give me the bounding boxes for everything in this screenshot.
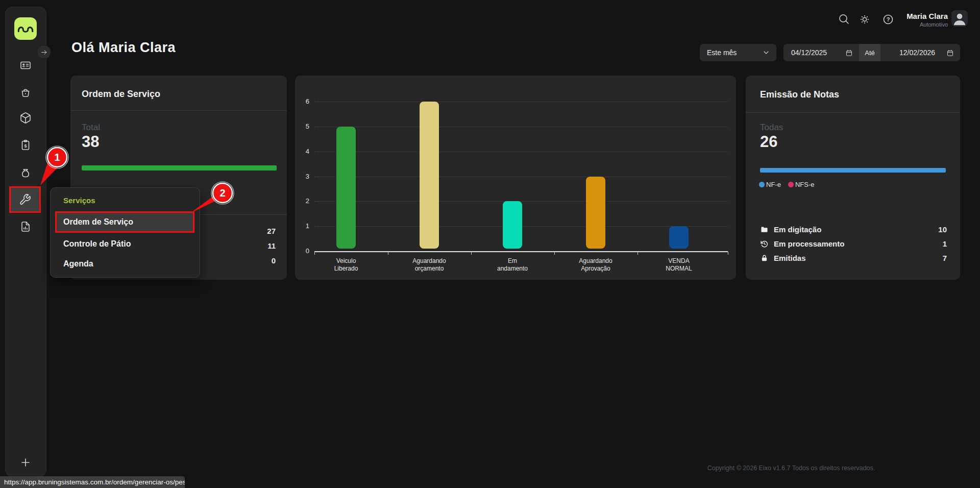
os-row-value[interactable]: 11: [267, 241, 276, 250]
chart-bar: [586, 177, 605, 249]
date-from-input[interactable]: 04/12/2025: [783, 44, 859, 61]
basket-icon: [19, 86, 32, 99]
chart-bar: [669, 226, 689, 249]
period-select[interactable]: Este mês: [700, 44, 776, 61]
user-role: Automotivo: [906, 21, 948, 28]
plus-icon: [19, 456, 32, 469]
notes-progress-bar: [760, 168, 946, 173]
notes-row-emitidas[interactable]: Emitidas 7: [760, 252, 947, 263]
notes-row-value: 1: [943, 239, 947, 248]
os-total-label: Total: [82, 123, 100, 133]
date-to-value: 12/02/2026: [899, 48, 935, 57]
chart-gridline: [314, 102, 728, 102]
theme-brightness-button[interactable]: [859, 13, 871, 26]
os-row-value[interactable]: 27: [267, 227, 276, 235]
sidebar-item-finance[interactable]: [19, 167, 32, 179]
sidebar-item-package[interactable]: [19, 112, 32, 124]
chart-gridline: [314, 152, 728, 152]
nfse-dot-icon: [788, 182, 794, 187]
dashboard-page: $: [0, 0, 980, 488]
divider: [70, 110, 287, 111]
wrench-icon: [19, 193, 31, 206]
notes-total-label: Todas: [760, 123, 783, 133]
chart-bar: [336, 127, 356, 249]
chart-y-tick-label: 3: [295, 172, 309, 181]
sidebar-item-basket[interactable]: [19, 86, 32, 99]
os-row-value[interactable]: 0: [272, 256, 276, 265]
sidebar-item-invoices[interactable]: $: [19, 139, 32, 151]
chart-bar: [420, 102, 439, 249]
legend-label: NFS-e: [795, 181, 815, 188]
notes-row-label: Emitidas: [774, 254, 806, 262]
notes-row-label: Em digitação: [774, 225, 821, 234]
notes-row-digitacao[interactable]: Em digitação 10: [760, 224, 947, 235]
chart-y-tick-label: 2: [295, 197, 309, 206]
chart-x-category-label: AguardandoAprovação: [557, 257, 634, 273]
chart-y-tick-label: 5: [295, 122, 309, 131]
nfe-dot-icon: [759, 182, 765, 187]
help-button[interactable]: ?: [882, 13, 894, 26]
eixo-squiggle-logo: [14, 17, 37, 40]
user-avatar[interactable]: [951, 10, 968, 27]
chart-x-category-label: VENDANORMAL: [641, 257, 717, 273]
period-select-value: Este mês: [707, 48, 737, 57]
chevron-down-icon: [762, 48, 770, 57]
os-card-title: Ordem de Serviço: [82, 89, 160, 100]
notes-row-value: 7: [943, 254, 947, 262]
chart-x-category-label: Aguardandoorçamento: [391, 257, 468, 273]
notes-card: Emissão de Notas Todas 26 NF-e NFS-e Em …: [746, 76, 960, 280]
notes-row-value: 10: [938, 225, 947, 234]
date-to-input[interactable]: 12/02/2026: [880, 44, 960, 61]
search-button[interactable]: [838, 13, 850, 25]
menu-item-label: Agenda: [63, 259, 93, 268]
folder-icon: [760, 225, 769, 234]
chart-x-category-label: VeiculoLiberado: [308, 257, 384, 273]
sidebar-item-id-card[interactable]: [19, 59, 32, 71]
date-range-separator: Até: [859, 44, 880, 61]
chart-y-tick-label: 4: [295, 147, 309, 156]
chart-y-tick-label: 0: [295, 247, 309, 256]
search-icon: [838, 13, 850, 25]
chart-x-tick: [728, 252, 728, 255]
svg-text:$: $: [24, 143, 27, 149]
menu-item-agenda[interactable]: Agenda: [63, 259, 93, 269]
menu-item-label: Ordem de Serviço: [63, 217, 133, 227]
brightness-icon: [859, 13, 871, 26]
services-popup-menu: Serviços Ordem de Serviço Controle de Pá…: [50, 187, 200, 278]
notes-row-processamento[interactable]: Em processamento 1: [760, 238, 947, 249]
sidebar-item-services-active[interactable]: [9, 186, 41, 213]
sidebar-expand-button[interactable]: [37, 45, 51, 59]
browser-link-preview: https://app.bruningsistemas.com.br/ordem…: [0, 476, 185, 488]
menu-item-controle-de-patio[interactable]: Controle de Pátio: [63, 239, 131, 249]
legend-item: NF-e: [759, 181, 781, 188]
chart-x-tick: [638, 252, 638, 255]
sidebar: $: [5, 7, 46, 477]
notes-row-label: Em processamento: [774, 239, 844, 248]
notes-legend: NF-e NFS-e: [759, 181, 814, 188]
bar-chart: 0123456VeiculoLiberadoAguardandoorçament…: [295, 76, 736, 280]
page-greeting: Olá Maria Clara: [71, 40, 176, 56]
legend-label: NF-e: [766, 181, 781, 188]
chart-x-axis: [314, 251, 728, 252]
notes-total-value: 26: [760, 133, 777, 151]
report-file-icon: [19, 221, 32, 233]
chart-x-tick: [471, 252, 472, 255]
calendar-icon: [845, 49, 853, 57]
sidebar-item-reports[interactable]: [19, 221, 32, 233]
sidebar-add-button[interactable]: [19, 456, 32, 469]
help-icon: ?: [882, 13, 894, 26]
chart-x-tick: [554, 252, 555, 255]
user-name: Maria Clara: [906, 12, 948, 20]
package-icon: [19, 112, 32, 124]
eixo-logo[interactable]: [14, 17, 37, 40]
arrow-right-icon: [40, 48, 48, 56]
chart-x-tick: [388, 252, 388, 255]
invoice-clipboard-icon: $: [19, 139, 32, 151]
menu-item-ordem-de-servico[interactable]: Ordem de Serviço: [55, 211, 194, 233]
chart-gridline: [314, 201, 728, 202]
notes-card-title: Emissão de Notas: [760, 89, 839, 100]
user-menu[interactable]: Maria Clara Automotivo: [906, 12, 948, 28]
divider: [746, 112, 960, 113]
legend-item: NFS-e: [788, 181, 815, 188]
chart-gridline: [314, 177, 728, 177]
